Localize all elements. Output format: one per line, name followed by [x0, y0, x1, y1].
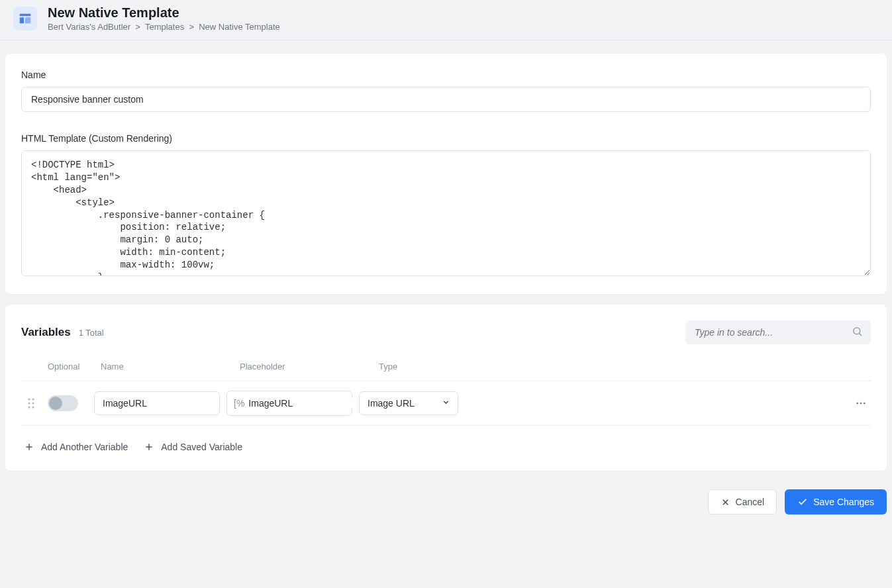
- row-more-icon[interactable]: [851, 397, 871, 409]
- html-template-label: HTML Template (Custom Rendering): [21, 133, 871, 144]
- name-label: Name: [21, 70, 871, 80]
- breadcrumb-sep: >: [189, 22, 194, 32]
- variables-title: Variables: [21, 326, 71, 339]
- svg-point-12: [860, 403, 862, 405]
- toggle-knob: [49, 397, 62, 410]
- cancel-label: Cancel: [736, 497, 765, 507]
- template-form-card: Name HTML Template (Custom Rendering) <!…: [5, 54, 887, 294]
- svg-point-5: [28, 398, 30, 400]
- variable-placeholder-wrap: [% %]: [226, 391, 352, 416]
- plus-icon: [24, 442, 34, 452]
- breadcrumb: Bert Varias's AdButler > Templates > New…: [48, 22, 280, 32]
- svg-point-11: [856, 403, 858, 405]
- svg-rect-2: [25, 17, 30, 23]
- breadcrumb-part1[interactable]: Bert Varias's AdButler: [48, 22, 130, 32]
- col-placeholder: Placeholder: [240, 362, 372, 371]
- add-another-label: Add Another Variable: [41, 442, 128, 452]
- breadcrumb-part2[interactable]: Templates: [145, 22, 184, 32]
- plus-icon: [144, 442, 154, 452]
- variable-name-input[interactable]: [94, 391, 220, 415]
- page-title: New Native Template: [48, 5, 280, 21]
- col-name: Name: [101, 362, 233, 371]
- svg-point-10: [32, 406, 34, 408]
- variables-card: Variables 1 Total Optional Name Placehol…: [5, 305, 887, 471]
- template-icon: [13, 7, 37, 30]
- html-template-textarea[interactable]: <!DOCTYPE html> <html lang="en"> <head> …: [21, 150, 871, 276]
- page-header: New Native Template Bert Varias's AdButl…: [0, 0, 892, 40]
- cancel-button[interactable]: Cancel: [708, 489, 777, 514]
- variables-search: [685, 320, 871, 344]
- optional-toggle[interactable]: [48, 395, 78, 411]
- drag-handle-icon[interactable]: [21, 397, 41, 409]
- variable-row: [% %] Image URL: [21, 381, 871, 426]
- placeholder-prefix: [%: [234, 398, 244, 409]
- variables-table-head: Optional Name Placeholder Type: [21, 358, 871, 381]
- save-button[interactable]: Save Changes: [785, 489, 887, 514]
- breadcrumb-sep: >: [135, 22, 140, 32]
- svg-point-9: [28, 406, 30, 408]
- add-saved-variable-button[interactable]: Add Saved Variable: [144, 442, 242, 452]
- col-optional: Optional: [48, 362, 94, 371]
- header-text: New Native Template Bert Varias's AdButl…: [48, 5, 280, 32]
- svg-point-3: [854, 328, 860, 334]
- variables-count: 1 Total: [79, 328, 104, 338]
- svg-point-7: [28, 402, 30, 404]
- footer-actions: Cancel Save Changes: [0, 481, 892, 525]
- svg-rect-0: [20, 14, 31, 17]
- svg-point-13: [864, 403, 866, 405]
- svg-point-8: [32, 402, 34, 404]
- svg-rect-1: [20, 17, 24, 23]
- svg-line-4: [859, 333, 861, 335]
- variables-header: Variables 1 Total: [21, 320, 871, 344]
- variable-placeholder-input[interactable]: [248, 398, 364, 409]
- svg-point-6: [32, 398, 34, 400]
- add-another-variable-button[interactable]: Add Another Variable: [24, 442, 128, 452]
- check-icon: [797, 497, 808, 507]
- save-label: Save Changes: [813, 497, 874, 507]
- search-icon: [852, 326, 863, 339]
- variable-actions: Add Another Variable Add Saved Variable: [21, 426, 871, 455]
- add-saved-label: Add Saved Variable: [161, 442, 242, 452]
- name-input[interactable]: [21, 87, 871, 112]
- search-input[interactable]: [685, 320, 871, 344]
- close-icon: [720, 497, 730, 507]
- col-type: Type: [379, 362, 485, 371]
- variable-type-select[interactable]: Image URL: [359, 391, 458, 415]
- breadcrumb-part3: New Native Template: [199, 22, 280, 32]
